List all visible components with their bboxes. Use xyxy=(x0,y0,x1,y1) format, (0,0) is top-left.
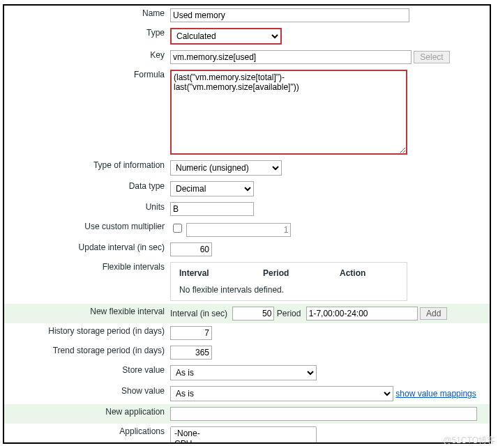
label-use-mult: Use custom multiplier xyxy=(4,219,167,240)
flex-col-period: Period xyxy=(263,268,340,278)
label-store-val: Store value xyxy=(4,362,167,383)
type-info-select[interactable]: Numeric (unsigned) xyxy=(170,160,282,176)
label-formula: Formula xyxy=(4,67,167,157)
watermark-text: @51CTO博客 xyxy=(443,435,495,447)
show-value-select[interactable]: As is xyxy=(170,386,393,401)
label-key: Key xyxy=(4,47,167,67)
label-name: Name xyxy=(4,6,167,25)
history-days-input[interactable] xyxy=(170,326,212,340)
trend-days-input[interactable] xyxy=(170,346,212,360)
label-apps: Applications xyxy=(4,424,167,444)
key-input[interactable] xyxy=(170,50,412,64)
label-new-flex: New flexible interval xyxy=(4,304,167,323)
label-units: Units xyxy=(4,199,167,219)
add-button[interactable]: Add xyxy=(420,307,447,320)
list-item[interactable]: CPU xyxy=(173,439,314,444)
new-flex-period-input[interactable] xyxy=(306,307,418,320)
name-input[interactable] xyxy=(170,8,409,22)
formula-highlight: (last("vm.memory.size[total]")-last("vm.… xyxy=(170,70,407,155)
item-form: Name Type Calculated Key Select xyxy=(4,6,490,444)
flexible-intervals-box: Interval Period Action No flexible inter… xyxy=(170,262,407,301)
period-label: Period xyxy=(277,309,301,318)
label-update-int: Update interval (in sec) xyxy=(4,240,167,259)
formula-textarea[interactable]: (last("vm.memory.size[total]")-last("vm.… xyxy=(172,71,406,153)
label-flex-int: Flexible intervals xyxy=(4,259,167,304)
data-type-select[interactable]: Decimal xyxy=(170,181,254,196)
label-type: Type xyxy=(4,25,167,47)
show-value-mappings-link[interactable]: show value mappings xyxy=(395,389,476,399)
flex-empty-text: No flexible intervals defined. xyxy=(179,278,398,295)
label-new-app: New application xyxy=(4,404,167,424)
list-item[interactable]: -None- xyxy=(173,428,314,439)
new-application-input[interactable] xyxy=(170,407,477,421)
interval-in-sec-label: Interval (in sec) xyxy=(170,309,227,318)
multiplier-input xyxy=(186,223,291,237)
store-value-select[interactable]: As is xyxy=(170,365,317,380)
new-flex-interval-input[interactable] xyxy=(232,307,274,320)
type-select[interactable]: Calculated xyxy=(170,28,282,45)
label-data-type: Data type xyxy=(4,178,167,199)
update-interval-input[interactable] xyxy=(170,242,212,256)
applications-select[interactable]: -None- CPU Filesystems xyxy=(170,426,317,444)
label-hist-days: History storage period (in days) xyxy=(4,323,167,343)
units-input[interactable] xyxy=(170,202,254,216)
flex-col-action: Action xyxy=(340,268,395,278)
label-show-val: Show value xyxy=(4,383,167,404)
flex-col-interval: Interval xyxy=(179,268,263,278)
label-type-info: Type of information xyxy=(4,157,167,178)
select-button[interactable]: Select xyxy=(414,51,449,63)
label-trend-days: Trend storage period (in days) xyxy=(4,343,167,362)
use-multiplier-checkbox[interactable] xyxy=(173,224,182,233)
flex-header: Interval Period Action xyxy=(179,268,398,278)
